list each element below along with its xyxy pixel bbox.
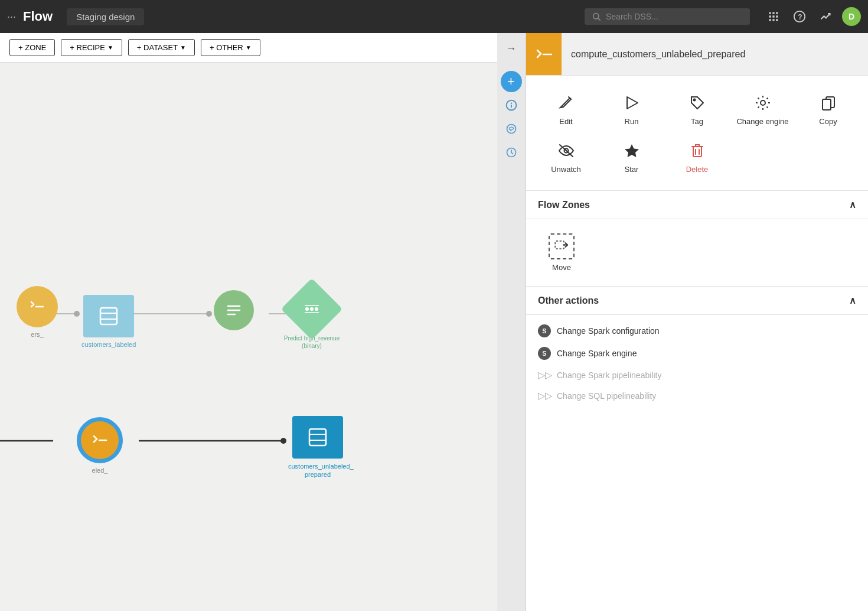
add-zone-button[interactable]: + ZONE	[9, 39, 55, 56]
nav-tab-staging[interactable]: Staging design	[67, 8, 144, 25]
svg-rect-8	[769, 19, 771, 21]
edit-label: Edit	[559, 117, 572, 126]
add-dataset-button[interactable]: + DATASET ▼	[128, 39, 195, 56]
edit-icon	[558, 92, 575, 113]
svg-point-26	[310, 307, 314, 311]
action-unwatch[interactable]: Unwatch	[536, 135, 596, 178]
top-nav: ··· Flow Staging design ? D	[0, 0, 868, 33]
copy-icon	[820, 92, 837, 113]
action-edit[interactable]: Edit	[536, 87, 596, 131]
chat-icon-btn[interactable]	[501, 118, 522, 139]
other-caret-icon: ▼	[246, 44, 252, 51]
flow-zones-section-header[interactable]: Flow Zones ∧	[526, 191, 868, 219]
action-tag[interactable]: Tag	[667, 87, 727, 131]
analytics-icon-btn[interactable]	[816, 7, 835, 26]
action-spark-engine[interactable]: S Change Spark engine	[538, 342, 856, 365]
svg-line-1	[598, 18, 601, 21]
add-other-button[interactable]: + OTHER ▼	[201, 39, 260, 56]
delete-label: Delete	[686, 165, 709, 174]
clock-icon	[505, 147, 517, 158]
run-label: Run	[625, 117, 639, 126]
nav-search	[585, 8, 750, 25]
add-btn[interactable]: +	[501, 71, 522, 92]
flow-connectors	[0, 63, 497, 611]
node-recipe1[interactable]: ers_	[17, 286, 58, 338]
recipe1-icon	[17, 286, 58, 327]
analytics-icon	[820, 11, 831, 22]
spark-engine-label: Change Spark engine	[557, 349, 637, 358]
tag-label: Tag	[691, 117, 703, 126]
tag-icon	[689, 92, 706, 113]
other-actions-section-header[interactable]: Other actions ∧	[526, 287, 868, 315]
user-avatar[interactable]: D	[842, 7, 861, 26]
svg-marker-38	[627, 97, 638, 109]
svg-rect-49	[555, 241, 564, 249]
nav-icons: ? D	[764, 7, 861, 26]
panel-header-title: compute_customers_unlabeled_prepared	[562, 33, 868, 75]
info-icon-btn[interactable]	[501, 95, 522, 116]
svg-rect-7	[776, 15, 778, 17]
recipe4-icon	[81, 421, 119, 459]
recipe4-label: eled_	[92, 467, 108, 474]
apps-icon-btn[interactable]	[764, 7, 783, 26]
search-input[interactable]	[606, 12, 736, 21]
chat-icon	[505, 123, 517, 135]
node-dataset1[interactable]: customers_labeled	[81, 295, 136, 348]
node-recipe2[interactable]	[214, 290, 254, 330]
flow-zones-chevron-icon: ∧	[849, 199, 856, 210]
sql-pipeline-arrows-icon: ▷▷	[538, 390, 551, 401]
other-actions-title: Other actions	[538, 295, 599, 306]
apps-icon	[768, 11, 779, 22]
recipe-caret-icon: ▼	[107, 44, 113, 51]
svg-point-16	[206, 311, 212, 317]
svg-point-0	[593, 14, 599, 19]
node-dataset2[interactable]: customers_unlabeled_prepared	[288, 416, 347, 479]
side-strip: → +	[497, 33, 526, 611]
action-run[interactable]: Run	[601, 87, 662, 131]
sql-pipeline-label: Change SQL pipelineability	[557, 391, 656, 401]
help-icon: ?	[793, 10, 806, 23]
svg-marker-45	[625, 144, 639, 157]
action-delete[interactable]: Delete	[667, 135, 727, 178]
gear-icon	[755, 92, 771, 113]
dataset1-label: customers_labeled	[81, 341, 136, 348]
action-grid: Edit Run Tag	[526, 76, 868, 191]
action-copy[interactable]: Copy	[798, 87, 859, 131]
unwatch-label: Unwatch	[551, 165, 581, 174]
recipe1-label: ers_	[31, 331, 43, 338]
node-recipe3[interactable]: Predict high_revenue(binary)	[282, 287, 341, 350]
svg-rect-10	[776, 19, 778, 21]
svg-rect-2	[769, 12, 771, 14]
svg-rect-30	[309, 429, 326, 446]
action-sql-pipeline: ▷▷ Change SQL pipelineability	[538, 385, 856, 406]
spark-pipeline-arrows-icon: ▷▷	[538, 369, 551, 381]
clock-icon-btn[interactable]	[501, 142, 522, 163]
action-change-engine[interactable]: Change engine	[732, 87, 793, 131]
svg-point-21	[280, 438, 286, 444]
panel-header-icon	[526, 33, 562, 75]
svg-point-14	[74, 311, 80, 317]
main-layout: + ZONE + RECIPE ▼ + DATASET ▼ + OTHER ▼	[0, 33, 868, 611]
action-spark-config[interactable]: S Change Spark configuration	[538, 320, 856, 342]
dataset-caret-icon: ▼	[180, 44, 186, 51]
help-icon-btn[interactable]: ?	[790, 7, 809, 26]
nav-dots-icon[interactable]: ···	[7, 11, 16, 23]
expand-icon-btn[interactable]: →	[501, 38, 522, 59]
flow-zones-content: Move	[526, 219, 868, 287]
flow-canvas[interactable]: ers_ customers_labeled	[0, 63, 497, 611]
dataset1-icon	[83, 295, 134, 337]
recipe3-icon	[281, 278, 343, 340]
other-actions-chevron-icon: ∧	[849, 295, 856, 306]
star-icon	[624, 140, 640, 161]
svg-rect-9	[772, 19, 774, 21]
delete-icon	[690, 140, 705, 161]
flow-area: + ZONE + RECIPE ▼ + DATASET ▼ + OTHER ▼	[0, 33, 497, 611]
node-recipe4-selected[interactable]: eled_	[77, 417, 123, 474]
action-star[interactable]: Star	[601, 135, 662, 178]
move-item[interactable]: Move	[538, 229, 585, 277]
add-recipe-button[interactable]: + RECIPE ▼	[61, 39, 122, 56]
svg-rect-42	[823, 99, 831, 110]
spark-config-dot-icon: S	[538, 324, 551, 337]
svg-rect-22	[100, 308, 117, 324]
svg-point-39	[693, 99, 695, 101]
